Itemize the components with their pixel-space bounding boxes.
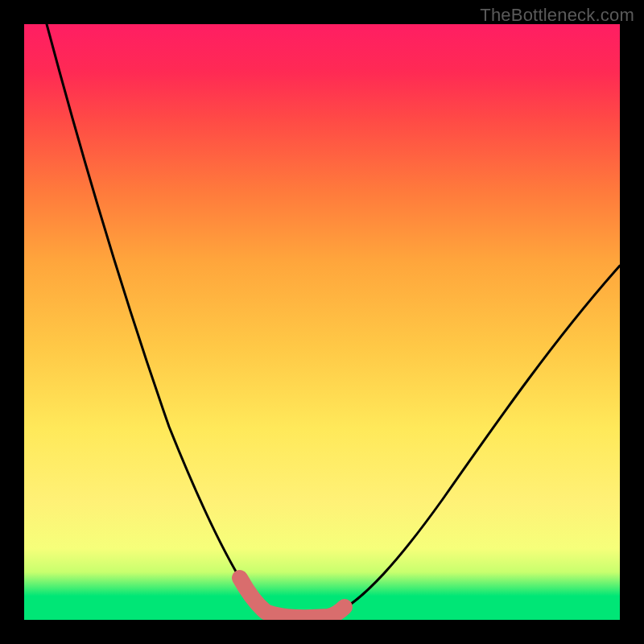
chart-frame: TheBottleneck.com xyxy=(0,0,644,644)
watermark-text: TheBottleneck.com xyxy=(480,5,634,26)
highlight-band xyxy=(240,578,345,617)
plot-area xyxy=(24,24,620,620)
bottleneck-curve-left xyxy=(47,24,270,613)
bottleneck-curve-right xyxy=(330,266,620,616)
curve-layer xyxy=(24,24,620,620)
